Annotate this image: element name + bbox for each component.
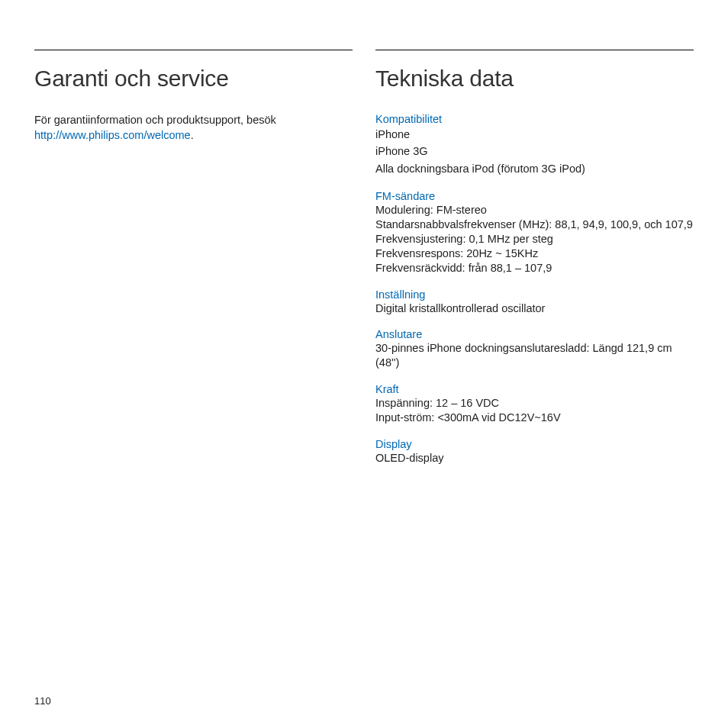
spec-section-line: Standarsnabbvalsfrekvenser (MHz): 88,1, … [375, 217, 694, 232]
spec-section-line: Modulering: FM-stereo [375, 203, 694, 217]
spec-section: InställningDigital kristallkontrollerad … [375, 288, 694, 316]
spec-section-line: Inspänning: 12 – 16 VDC [375, 396, 694, 411]
spec-section: Anslutare30-pinnes iPhone dockningsanslu… [375, 328, 694, 370]
divider-rule [34, 50, 353, 50]
spec-section: FM-sändareModulering: FM-stereoStandarsn… [375, 190, 694, 275]
spec-section-title: Kraft [375, 383, 694, 395]
spec-section-line: Frekvensräckvidd: från 88,1 – 107,9 [375, 261, 694, 275]
right-column: Tekniska data KompatibilitetiPhoneiPhone… [375, 50, 694, 478]
intro-after-link: . [191, 129, 194, 141]
sections-container: KompatibilitetiPhoneiPhone 3GAlla dockni… [375, 113, 694, 465]
intro-before-link: För garantiinformation och produktsuppor… [34, 114, 276, 126]
spec-section-line: OLED-display [375, 451, 694, 465]
heading-right: Tekniska data [375, 66, 694, 92]
spec-section-title: Anslutare [375, 328, 694, 340]
spec-section-title: FM-sändare [375, 190, 694, 202]
heading-left: Garanti och service [34, 66, 353, 92]
spec-section-title: Kompatibilitet [375, 113, 694, 125]
content-columns: Garanti och service För garantiinformati… [34, 50, 694, 478]
spec-section-line: iPhone [375, 126, 694, 143]
spec-section-title: Inställning [375, 288, 694, 301]
spec-section-line: Frekvensrespons: 20Hz ~ 15KHz [375, 246, 694, 261]
spec-section-line: Frekvensjustering: 0,1 MHz per steg [375, 232, 694, 246]
page-number: 110 [34, 695, 51, 707]
left-column: Garanti och service För garantiinformati… [34, 50, 353, 478]
spec-section-line: Digital kristallkontrollerad oscillator [375, 301, 694, 316]
intro-paragraph: För garantiinformation och produktsuppor… [34, 113, 353, 143]
spec-section: KraftInspänning: 12 – 16 VDCInput-ström:… [375, 383, 694, 425]
support-link[interactable]: http://www.philips.com/welcome [34, 129, 191, 141]
spec-section-line: Alla dockningsbara iPod (förutom 3G iPod… [375, 160, 694, 177]
spec-section: KompatibilitetiPhoneiPhone 3GAlla dockni… [375, 113, 694, 177]
spec-section-line: Input-ström: <300mA vid DC12V~16V [375, 411, 694, 425]
spec-section: DisplayOLED-display [375, 438, 694, 465]
divider-rule [375, 50, 694, 50]
spec-section-line: iPhone 3G [375, 143, 694, 159]
spec-section-title: Display [375, 438, 694, 450]
spec-section-line: 30-pinnes iPhone dockningsanslutaresladd… [375, 341, 694, 370]
